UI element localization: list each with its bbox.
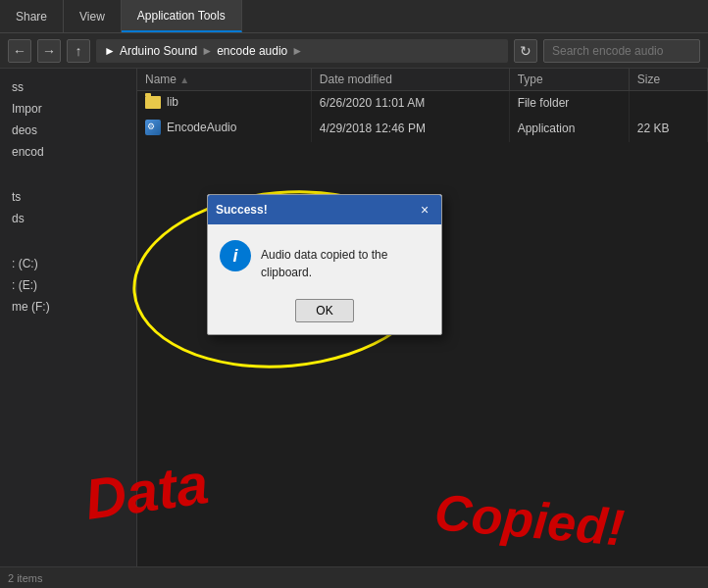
breadcrumb-text2: encode audio bbox=[217, 44, 287, 58]
ok-button[interactable]: OK bbox=[295, 299, 354, 322]
back-button[interactable]: ← bbox=[8, 39, 31, 63]
sidebar-item-encod[interactable]: encod bbox=[0, 141, 136, 163]
tab-view[interactable]: View bbox=[64, 0, 122, 32]
breadcrumb-part1: ► bbox=[104, 44, 116, 58]
sidebar-item-e[interactable]: : (E:) bbox=[0, 274, 136, 296]
tab-application-tools[interactable]: Application Tools bbox=[122, 0, 242, 32]
file-type-lib: File folder bbox=[509, 91, 629, 116]
file-name-encodeaudio: EncodeAudio bbox=[137, 116, 311, 142]
table-row[interactable]: EncodeAudio 4/29/2018 12:46 PM Applicati… bbox=[137, 116, 708, 142]
table-row[interactable]: lib 6/26/2020 11:01 AM File folder bbox=[137, 91, 708, 116]
col-date[interactable]: Date modified bbox=[311, 69, 509, 91]
file-table: Name ▲ Date modified Type Size bbox=[137, 69, 708, 142]
search-input[interactable] bbox=[543, 39, 700, 63]
status-bar: 2 items bbox=[0, 566, 708, 588]
info-icon: i bbox=[220, 240, 251, 271]
dialog-body: i Audio data copied to the clipboard. bbox=[208, 224, 441, 293]
folder-icon bbox=[145, 96, 161, 109]
sidebar-item-ts[interactable]: ts bbox=[0, 186, 136, 208]
file-date-lib: 6/26/2020 11:01 AM bbox=[311, 91, 509, 116]
breadcrumb-text1: Arduino Sound bbox=[120, 44, 197, 58]
app-icon bbox=[145, 120, 161, 135]
file-name-lib: lib bbox=[137, 91, 311, 116]
file-size-lib bbox=[629, 91, 707, 116]
success-dialog[interactable]: Success! × i Audio data copied to the cl… bbox=[207, 194, 442, 335]
breadcrumb[interactable]: ► Arduino Sound ► encode audio ► bbox=[96, 39, 508, 63]
breadcrumb-sep2: ► bbox=[291, 44, 303, 58]
sidebar-item-impor[interactable]: Impor bbox=[0, 98, 136, 120]
sidebar: ss Impor deos encod ts ds : (C:) : (E:) … bbox=[0, 69, 137, 588]
address-bar: ← → ↑ ► Arduino Sound ► encode audio ► ↻ bbox=[0, 33, 708, 69]
dialog-title: Success! bbox=[216, 203, 268, 217]
title-bar: Share View Application Tools bbox=[0, 0, 708, 33]
up-button[interactable]: ↑ bbox=[67, 39, 90, 63]
col-type[interactable]: Type bbox=[509, 69, 629, 91]
sidebar-item-ss[interactable]: ss bbox=[0, 76, 136, 98]
file-size-encodeaudio: 22 KB bbox=[629, 116, 707, 142]
sidebar-item-c[interactable]: : (C:) bbox=[0, 253, 136, 274]
status-item-count: 2 items bbox=[8, 572, 42, 584]
forward-button[interactable]: → bbox=[37, 39, 61, 63]
col-size[interactable]: Size bbox=[629, 69, 707, 91]
refresh-button[interactable]: ↻ bbox=[514, 39, 537, 63]
dialog-close-button[interactable]: × bbox=[416, 201, 433, 219]
dialog-footer: OK bbox=[208, 293, 441, 334]
sidebar-item-deos[interactable]: deos bbox=[0, 120, 136, 141]
sidebar-item-ds[interactable]: ds bbox=[0, 208, 136, 229]
file-date-encodeaudio: 4/29/2018 12:46 PM bbox=[311, 116, 509, 142]
file-type-encodeaudio: Application bbox=[509, 116, 629, 142]
sidebar-item-f[interactable]: me (F:) bbox=[0, 296, 136, 318]
tab-share[interactable]: Share bbox=[0, 0, 64, 32]
breadcrumb-sep: ► bbox=[201, 44, 213, 58]
col-name[interactable]: Name ▲ bbox=[137, 69, 311, 91]
dialog-message: Audio data copied to the clipboard. bbox=[261, 240, 430, 281]
dialog-title-bar: Success! × bbox=[208, 195, 441, 224]
